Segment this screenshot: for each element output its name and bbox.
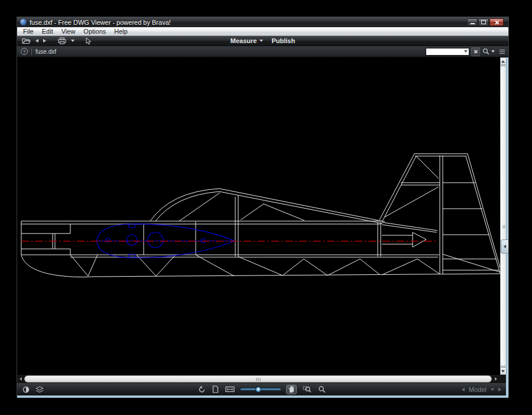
window-border [17, 395, 508, 398]
panel-menu-icon [499, 50, 505, 50]
menu-file[interactable]: File [19, 27, 38, 35]
select-tool-button[interactable] [84, 37, 93, 46]
document-tab[interactable]: fuse.dxf [35, 48, 56, 55]
desktop: { "window": { "title": "fuse.dxf - Free … [0, 0, 532, 415]
measure-dropdown-icon [259, 40, 263, 42]
pan-icon [288, 385, 295, 393]
zoom-icon [318, 385, 326, 393]
search-button[interactable] [482, 48, 495, 55]
scroll-grip [256, 378, 260, 381]
window-border [506, 375, 508, 383]
toolbar: Measure Publish [17, 36, 508, 46]
next-layout-button[interactable] [498, 388, 501, 391]
blue-hole-large [148, 232, 163, 248]
divider [31, 48, 32, 55]
minimize-button[interactable] [467, 18, 478, 26]
horizontal-scroll-thumb[interactable] [24, 375, 492, 382]
print-options-button[interactable] [70, 37, 76, 46]
print-dropdown-icon [71, 40, 74, 42]
help-button[interactable]: ? [21, 48, 28, 55]
search-icon [482, 48, 489, 55]
vertical-scroll-thumb[interactable] [500, 66, 507, 367]
app-window: fuse.dxf - Free DWG Viewer - powered by … [17, 17, 509, 397]
clear-search-button[interactable] [471, 47, 480, 56]
viewer-area [17, 57, 508, 375]
clear-search-icon [473, 50, 478, 54]
layers-button[interactable] [35, 385, 44, 394]
horizontal-scrollbar[interactable] [17, 375, 506, 383]
menu-edit[interactable]: Edit [38, 27, 57, 35]
menu-view[interactable]: View [57, 27, 80, 35]
fuselage-structure [21, 154, 500, 277]
rotate-button[interactable] [197, 385, 206, 394]
page-icon [212, 385, 219, 393]
menu-bar: File Edit View Options Help [17, 27, 508, 36]
search-history-icon[interactable] [464, 50, 468, 53]
layers-icon [35, 386, 44, 393]
fit-page-button[interactable] [212, 385, 219, 394]
measure-button[interactable]: Measure [231, 37, 264, 44]
collapse-panel-icon [504, 245, 506, 248]
model-label: Model [469, 386, 486, 393]
document-bar: ? fuse.dxf [17, 46, 508, 57]
status-row: Model [17, 383, 508, 395]
search-input[interactable] [426, 48, 462, 55]
drawing-canvas[interactable] [17, 57, 500, 375]
model-dropdown-icon[interactable] [491, 388, 494, 391]
print-icon [58, 37, 66, 44]
window-border [506, 383, 508, 395]
window-border [507, 57, 509, 375]
scroll-down-icon [501, 370, 505, 372]
measure-label: Measure [231, 37, 257, 44]
fit-width-icon [225, 385, 235, 393]
scroll-left-button[interactable] [17, 375, 24, 382]
maximize-icon [481, 20, 486, 24]
scroll-right-icon [495, 377, 497, 381]
close-button[interactable] [489, 18, 504, 26]
vertical-scrollbar[interactable] [500, 57, 507, 375]
close-icon [494, 20, 499, 25]
fit-width-button[interactable] [225, 385, 235, 394]
back-icon [35, 39, 38, 43]
minimize-icon [471, 23, 475, 24]
print-button[interactable] [57, 37, 67, 46]
scroll-left-icon [20, 377, 22, 381]
contrast-icon [22, 386, 30, 393]
collapse-panel-button[interactable] [501, 239, 508, 254]
window-title: fuse.dxf - Free DWG Viewer - powered by … [30, 19, 467, 26]
forward-icon [43, 39, 46, 43]
pointer-icon [85, 37, 92, 45]
publish-button[interactable]: Publish [271, 37, 295, 44]
blue-hole-medium [126, 235, 137, 245]
scroll-right-button[interactable] [492, 375, 499, 382]
search-box [426, 48, 469, 56]
open-button[interactable] [21, 37, 32, 46]
scroll-up-button[interactable] [500, 57, 507, 65]
scroll-down-button[interactable] [500, 367, 507, 375]
title-bar[interactable]: fuse.dxf - Free DWG Viewer - powered by … [17, 17, 508, 27]
rotate-icon [198, 385, 206, 393]
maximize-button[interactable] [478, 18, 489, 26]
app-icon [20, 19, 27, 25]
menu-options[interactable]: Options [79, 27, 110, 35]
zoom-slider-handle[interactable] [255, 387, 261, 393]
menu-help[interactable]: Help [110, 27, 132, 35]
zoom-window-button[interactable] [302, 385, 312, 394]
cad-drawing [17, 57, 500, 375]
forward-button[interactable] [42, 37, 47, 46]
horizontal-scrollbar-row [17, 375, 508, 383]
search-options-icon [491, 50, 495, 53]
back-button[interactable] [34, 37, 40, 46]
open-icon [22, 37, 31, 44]
scroll-up-icon [501, 60, 505, 63]
status-bar: Model [17, 383, 506, 395]
zoom-tool-button[interactable] [317, 385, 326, 394]
zoom-slider[interactable] [241, 385, 281, 394]
scroll-grip [502, 225, 505, 228]
panel-menu-button[interactable] [499, 50, 505, 54]
previous-layout-button[interactable] [462, 388, 465, 391]
help-icon: ? [23, 49, 25, 54]
pan-tool-button[interactable] [286, 385, 297, 394]
zoom-window-icon [303, 385, 312, 393]
invert-colors-button[interactable] [22, 385, 30, 394]
